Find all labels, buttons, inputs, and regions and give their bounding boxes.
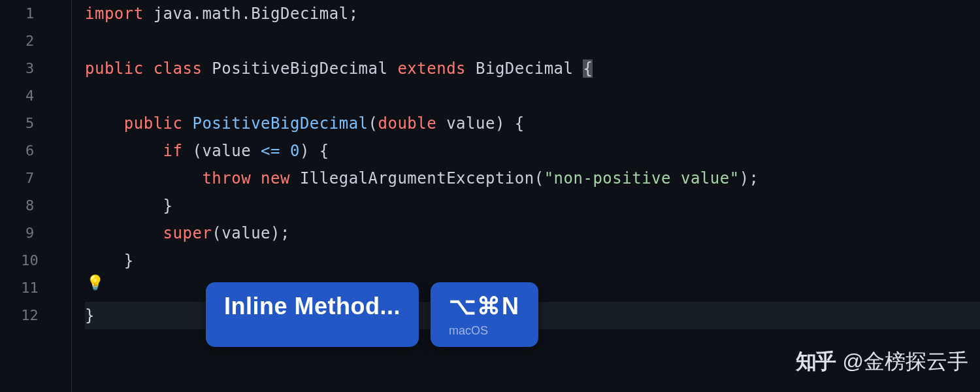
line-number: 10 — [0, 247, 71, 274]
line-number-gutter: 1 2 3 4 5 6 7 8 9 10 11 12 — [0, 0, 72, 392]
zhihu-logo: 知乎 — [796, 348, 835, 376]
code-editor[interactable]: 1 2 3 4 5 6 7 8 9 10 11 12 import java.m… — [0, 0, 980, 392]
shortcut-keys: ⌥⌘N — [449, 293, 520, 320]
line-number: 1 — [0, 0, 71, 27]
code-line-10[interactable]: } — [85, 247, 980, 274]
code-line-8[interactable]: } — [85, 192, 980, 220]
intention-action-label: Inline Method... — [224, 293, 400, 320]
line-number: 6 — [0, 137, 71, 165]
watermark-author: @金榜探云手 — [843, 348, 968, 376]
code-line-9[interactable]: super(value); — [85, 220, 980, 247]
cursor: { — [583, 59, 593, 78]
intention-action-button[interactable]: Inline Method... — [206, 282, 419, 347]
line-number: 7 — [0, 165, 71, 192]
lightbulb-icon[interactable]: 💡 — [86, 274, 104, 291]
watermark: 知乎 @金榜探云手 — [796, 348, 968, 376]
line-number: 3 — [0, 55, 71, 82]
line-number: 12 — [0, 302, 71, 329]
code-line-2[interactable] — [85, 27, 980, 55]
code-line-6[interactable]: if (value <= 0) { — [85, 137, 980, 165]
line-number: 9 — [0, 220, 71, 247]
code-line-7[interactable]: throw new IllegalArgumentException("non-… — [85, 165, 980, 192]
line-number: 8 — [0, 192, 71, 220]
shortcut-platform: macOS — [449, 324, 520, 338]
line-number: 5 — [0, 110, 71, 137]
code-line-5[interactable]: public PositiveBigDecimal(double value) … — [85, 110, 980, 137]
code-line-4[interactable] — [85, 82, 980, 110]
line-number: 11 — [0, 274, 71, 302]
code-line-1[interactable]: import java.math.BigDecimal; — [85, 0, 980, 27]
line-number: 4 — [0, 82, 71, 110]
line-number: 2 — [0, 27, 71, 55]
intention-popup: Inline Method... ⌥⌘N macOS — [206, 282, 538, 347]
code-line-3[interactable]: public class PositiveBigDecimal extends … — [85, 55, 980, 82]
code-body[interactable]: import java.math.BigDecimal; public clas… — [72, 0, 980, 392]
shortcut-badge: ⌥⌘N macOS — [431, 282, 538, 347]
